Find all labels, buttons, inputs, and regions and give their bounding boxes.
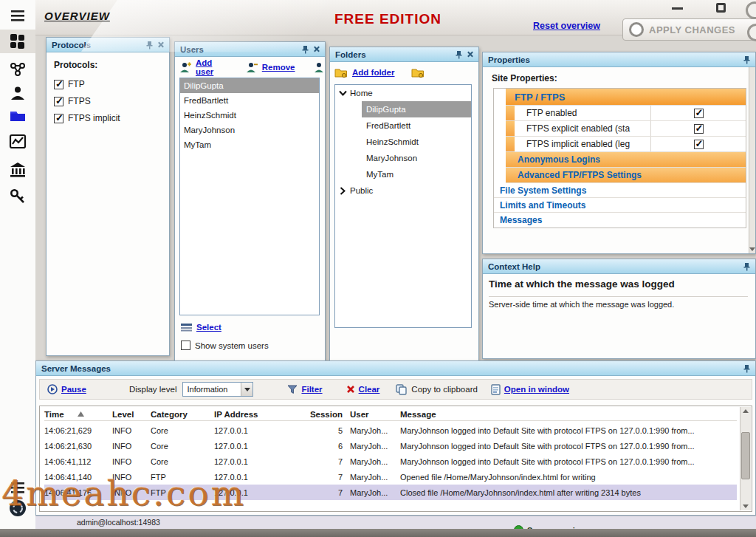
property-section-limits[interactable]: Limits and Timeouts: [494, 198, 746, 213]
close-icon[interactable]: [155, 39, 166, 50]
ftps-explicit-checkbox[interactable]: [694, 124, 704, 134]
select-row: Select: [181, 323, 221, 332]
property-row[interactable]: FTPS explicit enabled (sta: [506, 121, 746, 137]
pause-link[interactable]: Pause: [61, 385, 86, 394]
pin-icon[interactable]: [741, 261, 752, 272]
window-extra-button[interactable]: [746, 1, 756, 19]
property-sublink-advanced-ftp[interactable]: Advanced FTP/FTPS Settings: [506, 168, 746, 183]
sidebar-item-keys[interactable]: [0, 185, 35, 208]
ftps-checkbox[interactable]: [54, 97, 63, 106]
table-row[interactable]: 14:06:41,140 INFO FTP 127.0.0.1 7 MaryJo…: [44, 469, 737, 485]
pin-icon[interactable]: [453, 49, 464, 60]
apply-changes-button[interactable]: APPLY CHANGES: [622, 18, 756, 41]
hamburger-icon: [10, 482, 26, 493]
protocol-option-ftps[interactable]: FTPS: [54, 96, 91, 106]
properties-panel-title: Properties: [488, 55, 530, 64]
column-header-time[interactable]: Time: [44, 408, 112, 420]
user-list-item[interactable]: MaryJohnson: [180, 123, 319, 137]
filter-link[interactable]: Filter: [301, 385, 322, 394]
protocol-option-ftps-implicit[interactable]: FTPS implicit: [54, 113, 120, 123]
help-button[interactable]: [0, 498, 35, 519]
user-list-item[interactable]: DilipGupta: [180, 78, 319, 93]
copy-icon: [396, 384, 408, 395]
minimize-button[interactable]: [672, 7, 683, 10]
remove-user-icon: [246, 62, 258, 73]
ftps-implicit-checkbox[interactable]: [54, 114, 63, 123]
select-link[interactable]: Select: [196, 323, 221, 332]
close-icon[interactable]: [464, 49, 475, 60]
ftps-implicit-checkbox[interactable]: [694, 140, 704, 149]
user-list-item[interactable]: HeinzSchmidt: [180, 108, 319, 123]
tree-item[interactable]: MyTam: [362, 166, 471, 182]
property-section-file-system[interactable]: File System Settings: [494, 183, 746, 198]
tree-item[interactable]: DilipGupta: [362, 101, 471, 117]
help-icon: [9, 499, 27, 517]
column-header-user[interactable]: User: [343, 408, 393, 420]
folders-tree: Home DilipGupta FredBartlett HeinzSchmid…: [334, 84, 472, 328]
property-group-ftp-ftps[interactable]: FTP / FTPS: [506, 89, 746, 106]
scroll-down-icon[interactable]: [743, 504, 749, 508]
column-header-level[interactable]: Level: [112, 408, 151, 420]
pin-icon[interactable]: [741, 363, 752, 374]
tree-item-public[interactable]: Public: [335, 182, 471, 199]
sidebar-item-domain[interactable]: [0, 158, 35, 182]
properties-panel: Properties Site Properties: FTP / FTPS F…: [482, 52, 756, 254]
property-section-messages[interactable]: Messages: [494, 213, 746, 228]
user-list-item[interactable]: MyTam: [180, 137, 319, 152]
tree-item-label: Home: [350, 89, 373, 98]
sidebar-item-folders[interactable]: [0, 103, 35, 127]
table-scrollbar[interactable]: [740, 407, 751, 510]
table-row[interactable]: 14:06:21,630 INFO Core 127.0.0.1 6 MaryJ…: [44, 438, 737, 454]
ftps-implicit-label: FTPS implicit: [68, 113, 120, 123]
tree-item[interactable]: MaryJohnson: [362, 150, 471, 166]
property-row[interactable]: FTPS implicit enabled (leg: [506, 137, 746, 152]
add-folder-link[interactable]: Add folder: [352, 68, 395, 77]
pin-icon[interactable]: [144, 39, 155, 50]
tree-item[interactable]: HeinzSchmidt: [362, 134, 471, 150]
maximize-button[interactable]: [716, 3, 726, 13]
chevron-down-icon[interactable]: [337, 90, 348, 96]
remove-user-link[interactable]: Remove: [262, 63, 295, 72]
column-header-message[interactable]: Message: [393, 408, 737, 420]
column-header-category[interactable]: Category: [151, 408, 214, 420]
display-level-select[interactable]: Information: [182, 382, 253, 397]
property-row[interactable]: FTP enabled: [506, 106, 746, 121]
chevron-right-icon[interactable]: [337, 187, 348, 195]
column-header-session[interactable]: Session: [297, 408, 343, 420]
reset-overview-link[interactable]: Reset overview: [533, 21, 600, 31]
add-folder-icon: [334, 67, 348, 78]
sidebar-item-connections[interactable]: [0, 58, 35, 81]
table-row[interactable]: 14:06:41,112 INFO Core 127.0.0.1 7 MaryJ…: [44, 454, 737, 469]
ftp-enabled-checkbox[interactable]: [694, 109, 704, 118]
menu-button[interactable]: [0, 4, 35, 27]
protocols-panel-header: Protocols: [47, 38, 169, 52]
tree-item[interactable]: FredBartlett: [362, 117, 471, 134]
close-icon[interactable]: [311, 44, 322, 55]
copy-to-clipboard-button[interactable]: Copy to clipboard: [396, 384, 478, 395]
app-window: OVERVIEW FREE EDITION Reset overview APP…: [0, 0, 756, 537]
dropdown-arrow-icon[interactable]: [241, 383, 252, 396]
key-icon: [9, 188, 27, 205]
scrollbar-thumb[interactable]: [741, 432, 750, 479]
sidebar-item-users[interactable]: [0, 81, 35, 105]
sidebar-item-monitoring[interactable]: [0, 130, 35, 154]
pin-icon[interactable]: [300, 44, 311, 55]
user-list-item[interactable]: FredBartlett: [180, 93, 319, 108]
open-in-window-link[interactable]: Open in window: [504, 385, 569, 394]
bottom-menu-button[interactable]: [0, 476, 35, 499]
pin-icon[interactable]: [741, 54, 752, 65]
table-row[interactable]: 14:06:21,629 INFO Core 127.0.0.1 5 MaryJ…: [44, 423, 737, 438]
property-sublink-anonymous-logins[interactable]: Anonymous Logins: [506, 152, 746, 168]
show-system-users-checkbox[interactable]: [181, 341, 190, 350]
apply-changes-label: APPLY CHANGES: [649, 24, 735, 35]
protocol-option-ftp[interactable]: FTP: [54, 79, 85, 89]
clear-link[interactable]: Clear: [359, 385, 380, 394]
column-header-ip[interactable]: IP Address: [214, 408, 297, 420]
add-user-link[interactable]: Add user: [196, 58, 231, 76]
ftp-checkbox[interactable]: [54, 80, 63, 89]
sidebar-item-overview[interactable]: [0, 30, 35, 53]
scroll-up-icon[interactable]: [743, 409, 749, 413]
tree-item-home[interactable]: Home: [335, 85, 471, 101]
properties-scrollbar[interactable]: [749, 67, 755, 253]
table-row-selected[interactable]: 14:06:41,176 INFO FTP 127.0.0.1 7 MaryJo…: [44, 485, 737, 500]
